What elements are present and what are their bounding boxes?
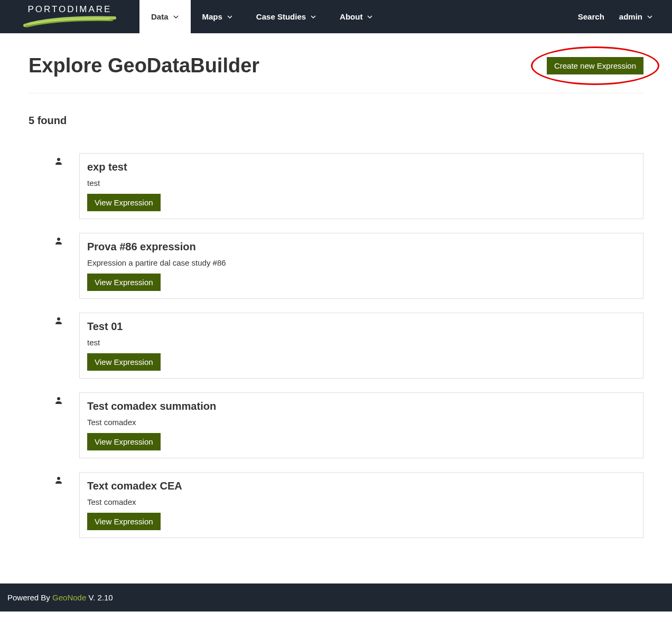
expression-item: Test comadex summation Test comadex View…	[55, 392, 643, 458]
chevron-down-icon	[227, 14, 233, 20]
page-title: Explore GeoDataBuilder	[29, 54, 259, 77]
user-icon	[55, 397, 62, 404]
expression-card: Test 01 test View Expression	[79, 313, 643, 379]
user-icon-wrapper	[55, 233, 63, 299]
nav-user[interactable]: admin	[612, 0, 660, 33]
footer-powered-by: Powered By	[7, 593, 52, 602]
expression-description: test	[87, 178, 636, 187]
view-expression-button[interactable]: View Expression	[87, 513, 161, 530]
expression-title: exp test	[87, 161, 636, 173]
user-icon	[55, 157, 62, 165]
svg-point-0	[57, 158, 60, 161]
chevron-down-icon	[173, 14, 179, 20]
expression-description: Test comadex	[87, 497, 636, 506]
nav-label: Case Studies	[256, 12, 306, 21]
expression-title: Text comadex CEA	[87, 480, 636, 492]
expression-item: exp test test View Expression	[55, 153, 643, 219]
chevron-down-icon	[647, 14, 653, 20]
nav-item-maps[interactable]: Maps	[191, 0, 245, 33]
nav-label: Data	[151, 12, 169, 21]
svg-point-3	[57, 397, 60, 400]
expression-card: Prova #86 expression Expression a partir…	[79, 233, 643, 299]
view-expression-button[interactable]: View Expression	[87, 433, 161, 450]
user-icon-wrapper	[55, 472, 63, 538]
expression-title: Test 01	[87, 321, 636, 333]
page-header: Explore GeoDataBuilder Create new Expres…	[29, 54, 643, 93]
nav-item-about[interactable]: About	[328, 0, 385, 33]
logo-text: PORTODIMARE	[28, 4, 112, 15]
footer-version: V. 2.10	[86, 593, 113, 602]
nav-item-data[interactable]: Data	[139, 0, 191, 33]
expression-list: exp test test View Expression Prova #86 …	[29, 153, 643, 538]
expression-title: Test comadex summation	[87, 400, 636, 412]
user-icon	[55, 476, 62, 484]
svg-point-4	[57, 477, 60, 480]
expression-item: Text comadex CEA Test comadex View Expre…	[55, 472, 643, 538]
nav-items: Data Maps Case Studies About	[139, 0, 385, 33]
expression-description: Test comadex	[87, 418, 636, 427]
expression-card: Text comadex CEA Test comadex View Expre…	[79, 472, 643, 538]
expression-item: Prova #86 expression Expression a partir…	[55, 233, 643, 299]
expression-card: exp test test View Expression	[79, 153, 643, 219]
navbar: PORTODIMARE Data Maps Case Studies About…	[0, 0, 672, 33]
nav-label: About	[340, 12, 362, 21]
footer-geonode-link[interactable]: GeoNode	[52, 593, 86, 602]
nav-label: Maps	[202, 12, 222, 21]
nav-item-case-studies[interactable]: Case Studies	[245, 0, 328, 33]
user-icon	[55, 317, 62, 324]
user-icon	[55, 237, 62, 244]
nav-search[interactable]: Search	[571, 0, 612, 33]
view-expression-button[interactable]: View Expression	[87, 194, 161, 211]
nav-user-label: admin	[619, 12, 642, 21]
svg-point-2	[57, 317, 60, 321]
create-button-wrapper: Create new Expression	[547, 57, 643, 74]
logo[interactable]: PORTODIMARE	[0, 0, 139, 33]
expression-card: Test comadex summation Test comadex View…	[79, 392, 643, 458]
count-found: 5 found	[29, 115, 643, 127]
user-icon-wrapper	[55, 313, 63, 379]
expression-title: Prova #86 expression	[87, 241, 636, 253]
chevron-down-icon	[367, 14, 373, 20]
expression-item: Test 01 test View Expression	[55, 313, 643, 379]
create-expression-button[interactable]: Create new Expression	[547, 57, 643, 74]
view-expression-button[interactable]: View Expression	[87, 274, 161, 291]
user-icon-wrapper	[55, 153, 63, 219]
main-content: Explore GeoDataBuilder Create new Expres…	[0, 33, 672, 583]
user-icon-wrapper	[55, 392, 63, 458]
svg-point-1	[57, 238, 60, 241]
expression-description: Expression a partire dal case study #86	[87, 258, 636, 267]
chevron-down-icon	[310, 14, 316, 20]
nav-search-label: Search	[578, 12, 604, 21]
view-expression-button[interactable]: View Expression	[87, 353, 161, 371]
logo-swoosh-icon	[22, 14, 117, 30]
nav-right: Search admin	[571, 0, 672, 33]
footer: Powered By GeoNode V. 2.10	[0, 583, 672, 611]
expression-description: test	[87, 338, 636, 347]
